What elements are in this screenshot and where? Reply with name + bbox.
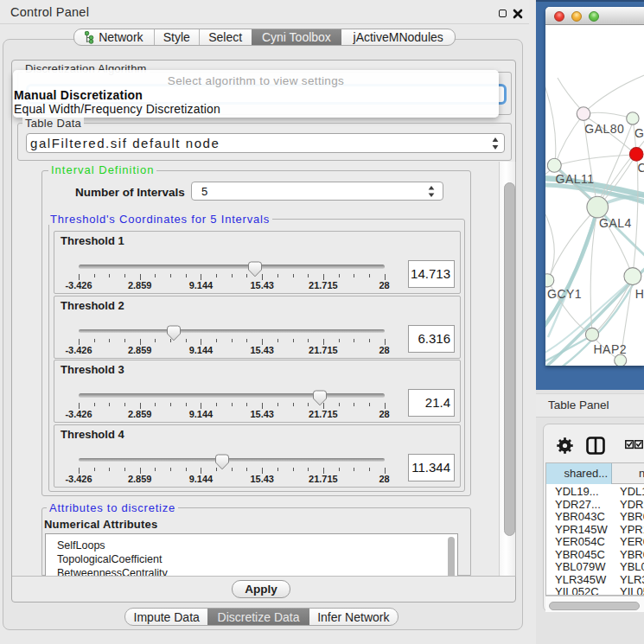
svg-text:GAL80: GAL80 xyxy=(584,122,624,136)
svg-text:H: H xyxy=(635,287,644,301)
svg-text:C: C xyxy=(638,161,644,175)
svg-text:HAP2: HAP2 xyxy=(594,342,628,356)
svg-text:GCY1: GCY1 xyxy=(547,287,582,301)
svg-text:GAL4: GAL4 xyxy=(599,216,632,230)
svg-text:GA: GA xyxy=(634,126,644,140)
svg-text:GAL11: GAL11 xyxy=(556,172,595,186)
